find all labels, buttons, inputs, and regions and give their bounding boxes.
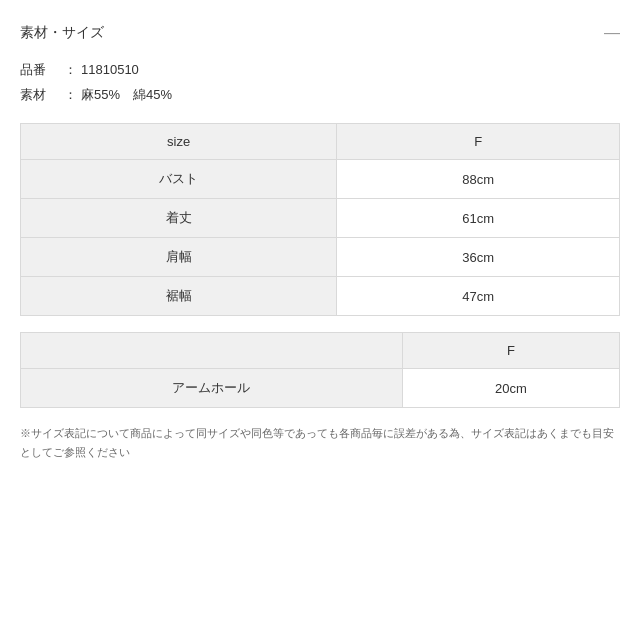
item-number-separator: ： — [64, 58, 77, 83]
material-row: 素材 ： 麻55% 綿45% — [20, 83, 620, 108]
section-title-text: 素材・サイズ — [20, 24, 104, 42]
row-value: 61cm — [337, 199, 620, 238]
size-table-2-header-row: F — [21, 333, 620, 369]
size-table-1-header-row: size F — [21, 124, 620, 160]
material-label: 素材 — [20, 83, 60, 108]
size-table-2-header-empty — [21, 333, 403, 369]
section-title: 素材・サイズ — — [20, 24, 620, 42]
row-value: 20cm — [402, 369, 619, 408]
table-row: バスト88cm — [21, 160, 620, 199]
material-separator: ： — [64, 83, 77, 108]
table-row: 裾幅47cm — [21, 277, 620, 316]
item-number-label: 品番 — [20, 58, 60, 83]
size-table-1-header-size: size — [21, 124, 337, 160]
row-label: アームホール — [21, 369, 403, 408]
row-label: バスト — [21, 160, 337, 199]
page-container: 素材・サイズ — 品番 ： 11810510 素材 ： 麻55% 綿45% si… — [20, 24, 620, 462]
row-value: 36cm — [337, 238, 620, 277]
section-title-dash: — — [604, 24, 620, 42]
footnote: ※サイズ表記について商品によって同サイズや同色等であっても各商品毎に誤差がある為… — [20, 424, 620, 461]
size-table-1-header-f: F — [337, 124, 620, 160]
table-row: アームホール20cm — [21, 369, 620, 408]
material-value: 麻55% 綿45% — [81, 83, 172, 108]
item-number-value: 11810510 — [81, 58, 139, 83]
row-label: 裾幅 — [21, 277, 337, 316]
table-row: 着丈61cm — [21, 199, 620, 238]
size-table-2: F アームホール20cm — [20, 332, 620, 408]
row-label: 肩幅 — [21, 238, 337, 277]
row-label: 着丈 — [21, 199, 337, 238]
product-info: 品番 ： 11810510 素材 ： 麻55% 綿45% — [20, 58, 620, 107]
size-table-1: size F バスト88cm着丈61cm肩幅36cm裾幅47cm — [20, 123, 620, 316]
row-value: 47cm — [337, 277, 620, 316]
row-value: 88cm — [337, 160, 620, 199]
size-table-2-header-f: F — [402, 333, 619, 369]
item-number-row: 品番 ： 11810510 — [20, 58, 620, 83]
table-row: 肩幅36cm — [21, 238, 620, 277]
